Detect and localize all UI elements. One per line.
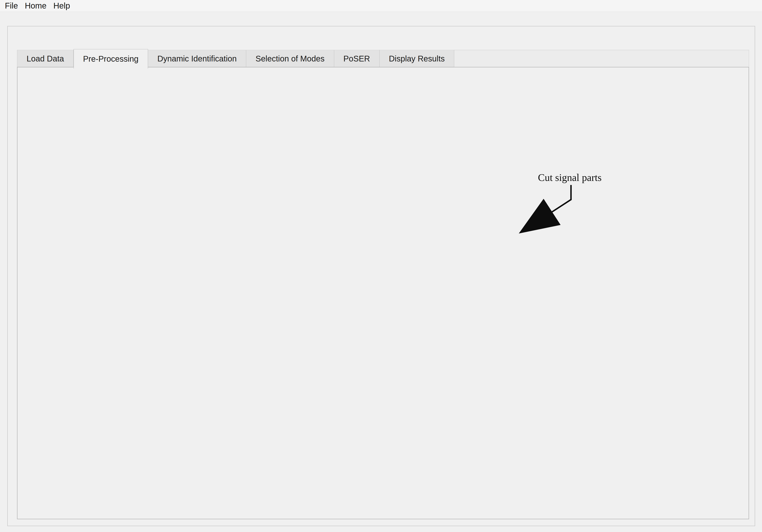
tab-load-data[interactable]: Load Data — [17, 50, 74, 67]
menu-item-file[interactable]: File — [5, 1, 18, 10]
tab-content — [17, 67, 749, 519]
tab-strip: Load DataPre-ProcessingDynamic Identific… — [17, 50, 749, 67]
cut-signal-parts-annotation: Cut signal parts — [501, 172, 639, 183]
app-window: FileHomeHelp Load DataPre-ProcessingDyna… — [0, 0, 762, 532]
menu-item-help[interactable]: Help — [53, 1, 70, 10]
menu-item-home[interactable]: Home — [25, 1, 46, 10]
tab-selection-of-modes[interactable]: Selection of Modes — [246, 50, 334, 67]
menu-bar: FileHomeHelp — [0, 0, 762, 12]
tab-pre-processing[interactable]: Pre-Processing — [74, 49, 148, 69]
tab-display-results[interactable]: Display Results — [380, 50, 454, 67]
tab-poser[interactable]: PoSER — [334, 50, 380, 67]
tab-dynamic-identification[interactable]: Dynamic Identification — [148, 50, 246, 67]
